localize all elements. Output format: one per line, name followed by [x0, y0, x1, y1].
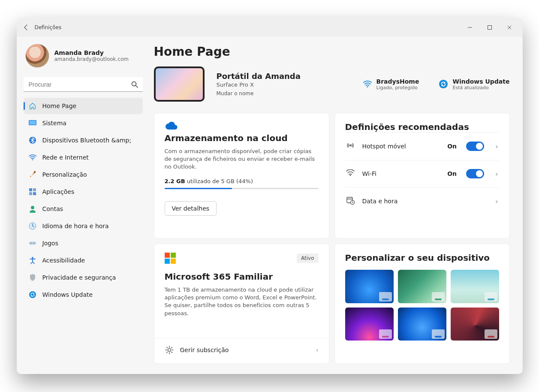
gear-icon: [165, 345, 174, 355]
calendar-clock-icon: [346, 196, 355, 206]
main: Home Page Portátil da Amanda Surface Pro…: [150, 37, 523, 374]
device-name: Portátil da Amanda: [217, 72, 301, 81]
paintbrush-icon: [29, 171, 36, 178]
theme-option-2[interactable]: [398, 270, 446, 303]
chevron-right-icon: ›: [495, 197, 498, 205]
theme-option-3[interactable]: [451, 270, 499, 303]
m365-status-badge: Ativo: [297, 253, 318, 263]
svg-rect-24: [165, 253, 170, 258]
svg-rect-9: [29, 192, 32, 195]
back-button[interactable]: [20, 21, 32, 33]
toggle-hotspot[interactable]: [466, 142, 484, 151]
profile[interactable]: Amanda Brady amanda.brady@outlook.com: [24, 40, 143, 75]
nav-time-language[interactable]: Idioma de hora e hora: [24, 218, 143, 234]
sidebar: Amanda Brady amanda.brady@outlook.com Ho…: [17, 37, 150, 374]
cloud-title: Armazenamento na cloud: [165, 133, 319, 143]
svg-point-1: [132, 82, 136, 86]
svg-rect-8: [33, 188, 36, 191]
profile-email: amanda.brady@outlook.com: [54, 56, 129, 62]
theme-option-5[interactable]: [398, 308, 446, 341]
minimize-button[interactable]: [460, 21, 480, 34]
svg-rect-26: [165, 259, 170, 264]
svg-rect-27: [171, 259, 176, 264]
cloud-desc: Com o armazenamento disponível, pode cri…: [165, 148, 319, 171]
setting-state: On: [447, 170, 457, 177]
nav-system[interactable]: Sistema: [24, 115, 143, 131]
bluetooth-icon: [29, 136, 36, 144]
setting-datetime[interactable]: Data e hora ›: [345, 187, 499, 215]
m365-title: Microsoft 365 Familiar: [165, 271, 319, 282]
titlebar: Definições: [17, 18, 523, 37]
search-icon: [131, 81, 139, 88]
cloud-usage: 2.2 GB utilizado de 5 GB (44%): [165, 178, 319, 184]
device-thumbnail[interactable]: [154, 66, 205, 102]
setting-state: On: [447, 143, 457, 150]
nav-privacy[interactable]: Privacidade e segurança: [24, 269, 143, 286]
nav-label: Jogos: [42, 240, 58, 247]
theme-option-4[interactable]: [345, 308, 394, 341]
svg-point-17: [29, 291, 36, 298]
nav-label: Privacidade e segurança: [42, 274, 116, 281]
nav-network[interactable]: Rede e Internet: [24, 149, 143, 166]
svg-point-21: [349, 175, 351, 176]
nav-accounts[interactable]: Contas: [24, 201, 143, 217]
close-icon: [507, 25, 512, 30]
svg-point-20: [349, 145, 351, 146]
nav-home[interactable]: Home Page: [24, 98, 143, 114]
maximize-button[interactable]: [480, 21, 500, 34]
svg-point-16: [32, 257, 33, 259]
nav-windows-update[interactable]: Windows Update: [24, 286, 143, 303]
recommended-title: Definições recomendadas: [345, 122, 499, 132]
svg-rect-0: [488, 26, 491, 30]
svg-point-11: [31, 206, 34, 209]
nav: Home Page Sistema Dispositivos Bluetooth…: [24, 98, 143, 303]
nav-gaming[interactable]: Jogos: [24, 235, 143, 251]
settings-window: Definições Amanda Brady amanda.brady@out…: [17, 18, 523, 374]
theme-option-6[interactable]: [451, 308, 499, 341]
device-model: Surface Pro X: [217, 81, 301, 88]
nav-label: Dispositivos Bluetooth &amp;: [42, 137, 132, 144]
toggle-wifi[interactable]: [466, 169, 484, 178]
status-wifi[interactable]: BradysHome Ligado, protegido: [363, 78, 419, 90]
card-personalize: Personalizar o seu dispositivo: [334, 244, 510, 364]
wifi-icon: [346, 169, 355, 178]
update-icon: [439, 79, 448, 89]
svg-point-5: [32, 159, 33, 160]
setting-hotspot[interactable]: Hotspot móvel On ›: [345, 132, 499, 160]
clock-globe-icon: [29, 222, 36, 230]
setting-label: Hotspot móvel: [362, 143, 440, 150]
microsoft-logo-icon: [165, 253, 176, 264]
nav-apps[interactable]: Aplicações: [24, 184, 143, 200]
chevron-right-icon: ›: [495, 142, 498, 151]
svg-rect-13: [29, 241, 36, 244]
page-title: Home Page: [154, 45, 510, 59]
status-group: BradysHome Ligado, protegido Windows Upd…: [363, 78, 510, 90]
nav-label: Rede e Internet: [42, 154, 89, 161]
chevron-right-icon: ›: [495, 170, 498, 178]
svg-point-15: [33, 243, 34, 244]
update-icon: [29, 291, 36, 299]
svg-point-28: [168, 349, 171, 352]
setting-wifi[interactable]: Wi-Fi On ›: [345, 160, 499, 187]
nav-accessibility[interactable]: Acessibilidade: [24, 252, 143, 268]
close-button[interactable]: [500, 21, 519, 34]
monitor-icon: [29, 119, 36, 127]
svg-point-14: [30, 243, 31, 244]
setting-label: Data e hora: [362, 198, 485, 205]
nav-label: Personalização: [42, 171, 87, 178]
device-rename-link[interactable]: Mudar o nome: [217, 90, 301, 96]
cloud-details-button[interactable]: Ver detalhes: [165, 201, 217, 216]
nav-label: Windows Update: [42, 291, 93, 298]
search-wrap: [24, 77, 143, 92]
themes-grid: [345, 270, 499, 341]
nav-personalization[interactable]: Personalização: [24, 166, 143, 183]
avatar: [25, 44, 49, 68]
status-update[interactable]: Windows Update Está atualizado: [439, 78, 509, 90]
search-input[interactable]: [24, 77, 143, 92]
maximize-icon: [487, 25, 492, 30]
theme-option-1[interactable]: [345, 270, 394, 303]
home-icon: [29, 102, 36, 110]
status-update-sub: Está atualizado: [452, 85, 509, 90]
nav-bluetooth[interactable]: Dispositivos Bluetooth &amp;: [24, 132, 143, 148]
m365-manage-row[interactable]: Gerir subscrição ›: [154, 338, 329, 355]
